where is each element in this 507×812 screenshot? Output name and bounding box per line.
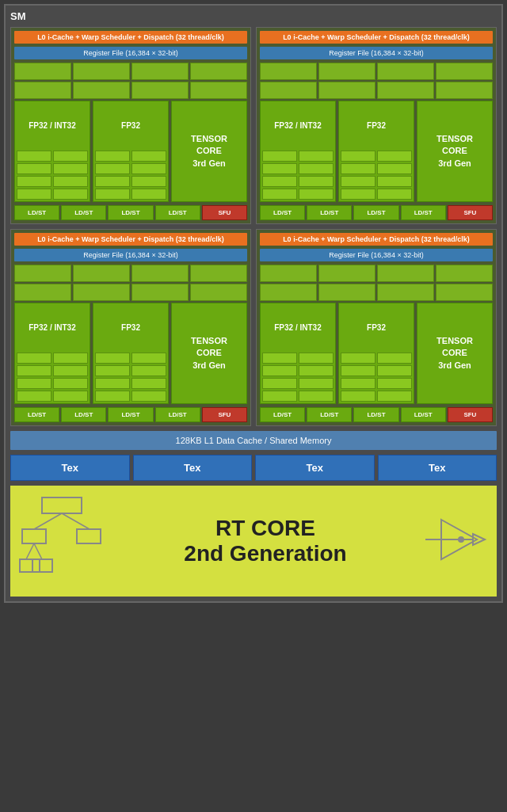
ld-st-4: LD/ST <box>155 205 200 220</box>
ld-st-row-1: LD/ST LD/ST LD/ST LD/ST SFU <box>14 205 247 220</box>
tensor-label-4: TENSORCORE3rd Gen <box>436 335 473 372</box>
small-cell <box>299 151 334 162</box>
quadrant-grid: L0 i-Cache + Warp Scheduler + Dispatch (… <box>10 27 497 426</box>
svg-rect-4 <box>77 529 101 543</box>
small-cell <box>341 365 375 376</box>
small-cell <box>53 163 88 174</box>
small-cell <box>341 163 375 174</box>
fp32-int32-label-1: FP32 / INT32 <box>15 101 90 149</box>
small-cell <box>95 353 130 364</box>
green-cell <box>318 82 375 99</box>
small-cell <box>262 163 297 174</box>
green-cell <box>14 284 71 301</box>
green-cell <box>436 284 493 301</box>
small-cell <box>95 365 130 376</box>
green-cell <box>73 63 130 80</box>
tensor-col-1: TENSORCORE3rd Gen <box>171 101 247 202</box>
fp32-cells-1 <box>93 149 168 201</box>
small-cell <box>341 378 375 389</box>
rt-core-ray-svg <box>417 508 489 571</box>
fp32-col-4: FP32 <box>338 303 414 404</box>
green-cell <box>14 82 71 99</box>
fp32-int32-col-3: FP32 / INT32 <box>14 303 90 404</box>
small-cell <box>262 189 297 200</box>
small-cell <box>95 378 130 389</box>
svg-line-1 <box>34 513 62 529</box>
fp32-int32-label-4: FP32 / INT32 <box>261 303 335 351</box>
ld-st-2: LD/ST <box>61 205 106 220</box>
small-cell <box>262 378 297 389</box>
ld-st-row-3: LD/ST LD/ST LD/ST LD/ST SFU <box>14 407 247 422</box>
small-cell <box>299 176 334 187</box>
tensor-label-2: TENSORCORE3rd Gen <box>436 133 473 170</box>
ld-st-10: LD/ST <box>61 407 106 422</box>
tex-unit-4: Tex <box>378 455 497 481</box>
top-cells-3 <box>14 265 247 301</box>
green-cell <box>318 284 375 301</box>
register-file-bar-4: Register File (16,384 × 32-bit) <box>260 249 493 261</box>
green-cell <box>73 82 130 99</box>
small-cell <box>95 151 130 162</box>
green-cell <box>436 63 493 80</box>
small-cell <box>132 189 166 200</box>
fp32-col-1: FP32 <box>93 101 169 202</box>
small-cell <box>17 176 51 187</box>
rt-core-arrow-diagram <box>417 508 489 574</box>
small-cell <box>53 353 88 364</box>
fp32-col-2: FP32 <box>338 101 414 202</box>
small-cell <box>377 378 412 389</box>
top-cells-4 <box>260 265 493 301</box>
small-cell <box>132 378 166 389</box>
ld-st-13: LD/ST <box>260 407 305 422</box>
green-cell <box>318 265 375 282</box>
green-cell <box>260 82 317 99</box>
tensor-col-3: TENSORCORE3rd Gen <box>171 303 247 404</box>
small-cell <box>262 391 297 402</box>
tex-unit-1: Tex <box>10 455 130 481</box>
small-cell <box>53 378 88 389</box>
svg-line-5 <box>26 543 34 559</box>
small-cell <box>132 391 166 402</box>
tex-row: Tex Tex Tex Tex <box>10 455 497 481</box>
sfu-2: SFU <box>448 205 493 220</box>
green-cell <box>377 82 434 99</box>
small-cell <box>262 176 297 187</box>
small-cell <box>262 151 297 162</box>
compute-cols-4: FP32 / INT32 FP32 <box>260 303 493 404</box>
ld-st-5: LD/ST <box>260 205 305 220</box>
green-cell <box>436 265 493 282</box>
green-cell <box>14 265 71 282</box>
fp32-col-3: FP32 <box>93 303 169 404</box>
fp32-int32-cells-1 <box>15 149 90 201</box>
svg-rect-8 <box>32 559 52 572</box>
tensor-col-2: TENSORCORE3rd Gen <box>417 101 493 202</box>
fp32-label-4: FP32 <box>339 303 414 351</box>
small-cell <box>377 189 412 200</box>
small-cell <box>299 163 334 174</box>
small-cell <box>299 378 334 389</box>
small-cell <box>299 391 334 402</box>
small-cell <box>377 353 412 364</box>
fp32-int32-cells-3 <box>15 351 90 403</box>
quadrant-4: L0 i-Cache + Warp Scheduler + Dispatch (… <box>256 229 497 426</box>
small-cell <box>132 353 166 364</box>
ld-st-7: LD/ST <box>353 205 398 220</box>
small-cell <box>132 365 166 376</box>
green-cell <box>14 63 71 80</box>
green-cell <box>73 284 130 301</box>
rt-core-diagram-svg <box>18 494 105 589</box>
l0-cache-bar-4: L0 i-Cache + Warp Scheduler + Dispatch (… <box>260 233 493 246</box>
fp32-int32-col-1: FP32 / INT32 <box>14 101 90 202</box>
small-cell <box>53 391 88 402</box>
sm-title: SM <box>10 10 497 22</box>
small-cell <box>299 189 334 200</box>
fp32-int32-cells-4 <box>261 351 335 403</box>
small-cell <box>262 353 297 364</box>
ld-st-6: LD/ST <box>307 205 352 220</box>
svg-rect-7 <box>20 559 40 572</box>
tex-unit-3: Tex <box>255 455 375 481</box>
small-cell <box>53 151 88 162</box>
l0-cache-bar-2: L0 i-Cache + Warp Scheduler + Dispatch (… <box>260 31 493 44</box>
svg-line-6 <box>34 543 42 559</box>
small-cell <box>377 151 412 162</box>
